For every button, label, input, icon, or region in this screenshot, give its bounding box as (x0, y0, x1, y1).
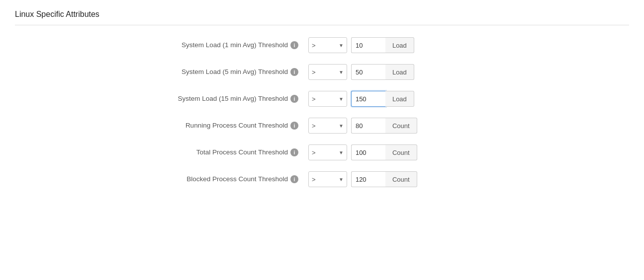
operator-select-running-process-count[interactable]: ><>=<==!= (309, 118, 339, 133)
label-blocked-process-count: Blocked Process Count Thresholdi (15, 175, 308, 183)
label-running-process-count: Running Process Count Thresholdi (15, 122, 308, 130)
label-system-load-15min: System Load (15 min Avg) Thresholdi (15, 95, 308, 103)
input-unit-system-load-1min: Load (351, 37, 414, 53)
value-input-total-process-count[interactable] (351, 144, 386, 160)
page-title: Linux Specific Attributes (15, 10, 629, 19)
label-system-load-1min: System Load (1 min Avg) Thresholdi (15, 41, 308, 49)
unit-label-running-process-count: Count (385, 118, 417, 134)
chevron-down-icon-blocked-process-count: ▼ (339, 177, 347, 182)
operator-select-system-load-5min[interactable]: ><>=<==!= (309, 65, 339, 79)
input-unit-system-load-15min: Load (351, 91, 414, 107)
value-input-blocked-process-count[interactable] (351, 171, 386, 187)
unit-label-total-process-count: Count (385, 144, 417, 160)
value-input-system-load-1min[interactable] (351, 37, 386, 53)
value-input-running-process-count[interactable] (351, 118, 386, 134)
info-icon-system-load-1min[interactable]: i (290, 41, 298, 49)
form-row-system-load-5min: System Load (5 min Avg) Thresholdi><>=<=… (15, 64, 438, 80)
chevron-down-icon-system-load-5min: ▼ (339, 70, 347, 75)
operator-select-blocked-process-count[interactable]: ><>=<==!= (309, 172, 339, 187)
section-divider (15, 25, 629, 25)
chevron-down-icon-running-process-count: ▼ (339, 123, 347, 129)
controls-running-process-count: ><>=<==!=▼Count (308, 118, 438, 134)
operator-select-system-load-1min[interactable]: ><>=<==!= (309, 38, 339, 53)
unit-label-system-load-1min: Load (385, 37, 414, 53)
unit-label-blocked-process-count: Count (385, 171, 417, 187)
input-unit-running-process-count: Count (351, 118, 417, 134)
value-input-system-load-5min[interactable] (351, 64, 386, 80)
input-unit-blocked-process-count: Count (351, 171, 417, 187)
operator-select-system-load-15min[interactable]: ><>=<==!= (309, 91, 339, 106)
info-icon-total-process-count[interactable]: i (290, 148, 298, 156)
form-row-running-process-count: Running Process Count Thresholdi><>=<==!… (15, 118, 438, 134)
form-row-total-process-count: Total Process Count Thresholdi><>=<==!=▼… (15, 144, 438, 160)
operator-wrapper-system-load-1min: ><>=<==!=▼ (308, 37, 347, 53)
label-total-process-count: Total Process Count Thresholdi (15, 148, 308, 156)
info-icon-blocked-process-count[interactable]: i (290, 175, 298, 183)
controls-blocked-process-count: ><>=<==!=▼Count (308, 171, 438, 187)
operator-wrapper-running-process-count: ><>=<==!=▼ (308, 118, 347, 134)
operator-wrapper-system-load-5min: ><>=<==!=▼ (308, 64, 347, 80)
form-row-blocked-process-count: Blocked Process Count Thresholdi><>=<==!… (15, 171, 438, 187)
info-icon-system-load-5min[interactable]: i (290, 68, 298, 76)
info-icon-system-load-15min[interactable]: i (290, 95, 298, 103)
form-container: System Load (1 min Avg) Thresholdi><>=<=… (15, 37, 438, 187)
controls-system-load-15min: ><>=<==!=▼Load (308, 91, 438, 107)
chevron-down-icon-system-load-1min: ▼ (339, 43, 347, 48)
input-unit-total-process-count: Count (351, 144, 417, 160)
chevron-down-icon-total-process-count: ▼ (339, 150, 347, 155)
operator-wrapper-total-process-count: ><>=<==!=▼ (308, 144, 347, 160)
operator-wrapper-system-load-15min: ><>=<==!=▼ (308, 91, 347, 107)
value-input-system-load-15min[interactable] (351, 91, 386, 107)
controls-system-load-5min: ><>=<==!=▼Load (308, 64, 438, 80)
form-row-system-load-1min: System Load (1 min Avg) Thresholdi><>=<=… (15, 37, 438, 53)
chevron-down-icon-system-load-15min: ▼ (339, 96, 347, 102)
controls-total-process-count: ><>=<==!=▼Count (308, 144, 438, 160)
unit-label-system-load-5min: Load (385, 64, 414, 80)
form-row-system-load-15min: System Load (15 min Avg) Thresholdi><>=<… (15, 91, 438, 107)
controls-system-load-1min: ><>=<==!=▼Load (308, 37, 438, 53)
unit-label-system-load-15min: Load (385, 91, 414, 107)
operator-wrapper-blocked-process-count: ><>=<==!=▼ (308, 171, 347, 187)
input-unit-system-load-5min: Load (351, 64, 414, 80)
label-system-load-5min: System Load (5 min Avg) Thresholdi (15, 68, 308, 76)
operator-select-total-process-count[interactable]: ><>=<==!= (309, 145, 339, 160)
info-icon-running-process-count[interactable]: i (290, 122, 298, 130)
